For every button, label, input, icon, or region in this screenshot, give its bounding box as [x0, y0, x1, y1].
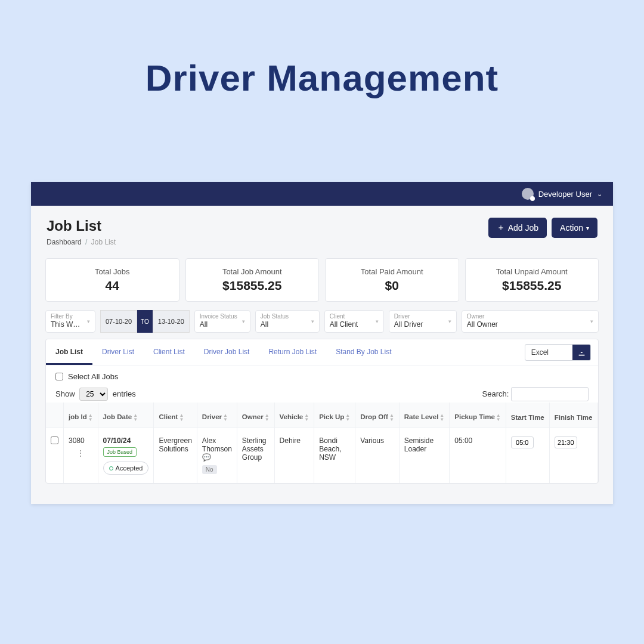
plus-icon: ＋ — [497, 222, 505, 233]
cell-job-id: 3080 — [69, 436, 85, 445]
kebab-icon[interactable]: ⋮ — [69, 448, 93, 458]
col-client[interactable]: Client▲▼ — [154, 402, 197, 428]
comment-icon[interactable]: 💬 — [202, 453, 211, 462]
col-owner[interactable]: Owner▲▼ — [237, 402, 274, 428]
cell-pickup-time: 05:00 — [450, 428, 506, 484]
date-to-label: TO — [137, 310, 153, 333]
col-finish-time[interactable]: Finish Time — [549, 402, 597, 428]
col-pickup[interactable]: Pick Up▲▼ — [314, 402, 355, 428]
jobs-table: job Id▲▼ Job Date▲▼ Client▲▼ Driver▲▼ Ow… — [46, 402, 599, 483]
select-all-label: Select All Jobs — [68, 372, 119, 381]
page-title: Job List — [47, 218, 116, 234]
caret-down-icon: ▾ — [448, 318, 451, 324]
caret-down-icon: ▾ — [590, 318, 593, 324]
tab-standby-job-list[interactable]: Stand By Job List — [326, 340, 401, 365]
tabs-row: Job List Driver List Client List Driver … — [46, 339, 598, 366]
user-name: Developer User — [538, 190, 592, 199]
topbar: Developer User ⌄ — [31, 182, 613, 206]
date-from[interactable]: 07-10-20 — [100, 310, 137, 333]
status-dot-icon — [109, 466, 113, 470]
table-row: 3080 ⋮ 07/10/24 Job Based Accepted Everg… — [46, 428, 599, 484]
status-pill[interactable]: Accepted — [103, 462, 149, 475]
col-rate-level[interactable]: Rate Level▲▼ — [399, 402, 449, 428]
slide-title: Driver Management — [0, 0, 644, 99]
driver-select[interactable]: Driver All Driver ▾ — [389, 310, 457, 333]
owner-select[interactable]: Owner All Owner ▾ — [462, 310, 599, 333]
add-job-button[interactable]: ＋ Add Job — [488, 218, 547, 238]
cell-rate-level: Semiside Loader — [399, 428, 449, 484]
tab-driver-job-list[interactable]: Driver Job List — [194, 340, 259, 365]
tabs: Job List Driver List Client List Driver … — [46, 340, 401, 365]
invoice-status-select[interactable]: Invoice Status All ▾ — [194, 310, 250, 333]
no-badge: No — [202, 465, 217, 474]
select-all-checkbox[interactable] — [55, 373, 63, 380]
cell-vehicle: Dehire — [274, 428, 314, 484]
stat-total-job-amount: Total Job Amount $15855.25 — [185, 258, 320, 302]
content-panel: Job List Driver List Client List Driver … — [45, 339, 599, 484]
caret-down-icon: ▾ — [376, 318, 379, 324]
tab-client-list[interactable]: Client List — [144, 340, 194, 365]
search-input[interactable] — [511, 387, 589, 401]
job-based-badge: Job Based — [103, 447, 137, 457]
caret-down-icon: ▾ — [586, 225, 589, 231]
row-checkbox[interactable] — [51, 436, 58, 444]
tab-job-list[interactable]: Job List — [46, 340, 92, 365]
caret-down-icon: ▾ — [311, 318, 314, 324]
caret-down-icon: ▾ — [242, 318, 245, 324]
job-status-select[interactable]: Job Status All ▾ — [255, 310, 320, 333]
user-menu[interactable]: Developer User ⌄ — [522, 188, 602, 200]
col-job-date[interactable]: Job Date▲▼ — [98, 402, 154, 428]
download-icon[interactable] — [572, 345, 590, 360]
page-header: Job List Dashboard / Job List ＋ Add Job … — [31, 206, 613, 252]
start-time-input[interactable] — [511, 436, 534, 448]
filter-by-select[interactable]: Filter By This W… ▾ — [45, 310, 95, 333]
col-driver[interactable]: Driver▲▼ — [197, 402, 237, 428]
stat-total-paid-amount: Total Paid Amount $0 — [325, 258, 459, 302]
client-select[interactable]: Client All Client ▾ — [324, 310, 384, 333]
breadcrumb-root[interactable]: Dashboard — [47, 238, 82, 246]
search-label: Search: — [482, 389, 509, 398]
col-check — [46, 402, 64, 428]
cell-job-date: 07/10/24 — [103, 436, 131, 445]
col-start-time[interactable]: Start Time — [506, 402, 549, 428]
breadcrumb: Dashboard / Job List — [47, 238, 116, 246]
col-job-id[interactable]: job Id▲▼ — [64, 402, 98, 428]
stat-total-jobs: Total Jobs 44 — [45, 258, 179, 302]
stats-row: Total Jobs 44 Total Job Amount $15855.25… — [31, 252, 613, 308]
date-to[interactable]: 13-10-20 — [153, 310, 190, 333]
cell-pickup: Bondi Beach, NSW — [314, 428, 355, 484]
cell-driver: Alex Thomson — [202, 436, 232, 453]
cell-client: Evergreen Solutions — [154, 428, 197, 484]
filters-row: Filter By This W… ▾ 07-10-20 TO 13-10-20… — [31, 308, 613, 339]
date-range-picker[interactable]: 07-10-20 TO 13-10-20 — [100, 310, 190, 333]
finish-time-input[interactable] — [555, 436, 577, 448]
col-dropoff[interactable]: Drop Off▲▼ — [355, 402, 400, 428]
tab-driver-list[interactable]: Driver List — [92, 340, 144, 365]
page-size-select[interactable]: 25 — [79, 388, 108, 401]
col-driv-retu-hrs[interactable]: Driv Retu Hrs — [597, 402, 599, 428]
cell-owner: Sterling Assets Group — [237, 428, 274, 484]
app-frame: Developer User ⌄ Job List Dashboard / Jo… — [31, 182, 613, 504]
col-pickup-time[interactable]: Pickup Time▲▼ — [450, 402, 506, 428]
caret-down-icon: ▾ — [87, 318, 90, 324]
chevron-down-icon: ⌄ — [597, 190, 602, 198]
table-controls: Select All Jobs Show 25 entries Search: — [46, 366, 598, 402]
cell-dropoff: Various — [355, 428, 400, 484]
breadcrumb-current: Job List — [91, 238, 116, 246]
tab-return-job-list[interactable]: Return Job List — [259, 340, 326, 365]
export-excel[interactable]: Excel — [525, 344, 591, 361]
avatar-icon — [522, 188, 534, 200]
stat-total-unpaid-amount: Total Unpaid Amount $15855.25 — [465, 258, 599, 302]
col-vehicle[interactable]: Vehicle▲▼ — [274, 402, 314, 428]
action-dropdown-button[interactable]: Action ▾ — [552, 218, 597, 238]
